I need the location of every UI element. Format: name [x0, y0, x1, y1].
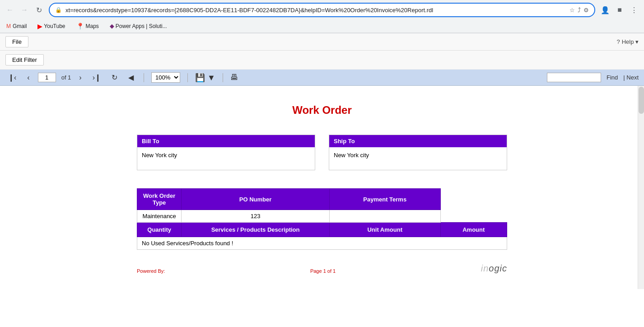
bookmark-powerapps-label: Power Apps | Soluti...: [116, 23, 167, 29]
bookmark-youtube-label: YouTube: [44, 23, 65, 29]
col-services: Services / Products Description: [182, 223, 330, 237]
address-bar[interactable]: 🔒 xt=records&recordstype=10937&records={…: [49, 3, 595, 17]
bookmark-gmail-label: Gmail: [13, 23, 27, 29]
app-bar: File ? Help ▾: [0, 33, 644, 51]
col-payment-terms: Payment Terms: [329, 189, 440, 210]
page-total: of 1: [61, 74, 71, 81]
help-button[interactable]: ? Help ▾: [616, 38, 639, 45]
page-info-text: Page 1 of 1: [310, 268, 336, 274]
toolbar-separator-2: [187, 73, 188, 82]
file-button[interactable]: File: [5, 36, 28, 47]
col-po-number: PO Number: [182, 189, 330, 210]
scrollbar[interactable]: [638, 86, 644, 289]
bill-to-city: New York city: [137, 147, 315, 170]
page-number-input[interactable]: 1: [38, 73, 56, 82]
bookmark-youtube[interactable]: ▶ YouTube: [35, 22, 68, 31]
powerapps-icon: ◆: [110, 23, 114, 29]
bookmark-gmail[interactable]: M Gmail: [4, 22, 29, 30]
edit-filter-bar: Edit Filter: [0, 51, 644, 70]
no-data-message: No Used Services/Products found !: [137, 237, 507, 250]
lock-icon: 🔒: [55, 7, 62, 13]
bookmark-maps-label: Maps: [86, 23, 99, 29]
no-data-row: No Used Services/Products found !: [137, 237, 507, 250]
youtube-icon: ▶: [37, 23, 42, 30]
next-page-button[interactable]: ›: [76, 73, 84, 83]
address-section: Bill To New York city Ship To New York c…: [137, 135, 507, 170]
back-history-button[interactable]: ◀: [126, 72, 136, 83]
cell-work-order-type: Maintenance: [137, 210, 182, 223]
save-button[interactable]: 💾 ▼: [195, 73, 215, 83]
edit-filter-button[interactable]: Edit Filter: [5, 54, 44, 65]
cell-payment-terms: [329, 210, 440, 223]
maps-icon: 📍: [76, 23, 84, 30]
bill-to-header: Bill To: [137, 135, 315, 147]
ship-to-header: Ship To: [329, 135, 507, 147]
col-unit-amount: Unit Amount: [329, 223, 440, 237]
pdf-toolbar: ❙‹ ‹ 1 of 1 › ›❙ ↻ ◀ 100% 50% 75% 125% 1…: [0, 70, 644, 86]
help-label: Help ▾: [622, 38, 639, 45]
prev-page-button[interactable]: ‹: [24, 73, 32, 83]
gmail-icon: M: [6, 23, 11, 29]
cell-po-number: 123: [182, 210, 330, 223]
find-button[interactable]: Find: [607, 74, 618, 81]
document-footer: Powered By: Page 1 of 1 inogic: [137, 259, 507, 278]
find-input[interactable]: [547, 73, 601, 82]
menu-icon[interactable]: ⋮: [628, 4, 640, 16]
table-header-row-2: Quantity Services / Products Description…: [137, 223, 507, 237]
share-icon[interactable]: ⤴: [578, 6, 581, 14]
reload-button[interactable]: ↻: [33, 4, 45, 16]
document-area: Work Order Bill To New York city Ship To…: [0, 86, 644, 289]
powered-by-text: Powered By:: [137, 268, 165, 274]
scrollbar-thumb[interactable]: [639, 87, 644, 114]
last-page-button[interactable]: ›❙: [90, 72, 103, 83]
next-label: | Next: [623, 74, 639, 81]
back-button[interactable]: ←: [4, 4, 16, 16]
first-page-button[interactable]: ❙‹: [5, 72, 19, 83]
document-title: Work Order: [137, 104, 507, 117]
profile-icon[interactable]: 👤: [599, 4, 611, 16]
refresh-button[interactable]: ↻: [109, 72, 120, 83]
ship-to-box: Ship To New York city: [329, 135, 507, 170]
bill-to-box: Bill To New York city: [137, 135, 315, 170]
col-quantity: Quantity: [137, 223, 182, 237]
bookmark-maps[interactable]: 📍 Maps: [74, 22, 102, 31]
help-icon: ?: [616, 38, 620, 45]
work-order-table: Work Order Type PO Number Payment Terms …: [137, 188, 507, 250]
toolbar-separator-3: [223, 73, 223, 82]
col-work-order-type: Work Order Type: [137, 189, 182, 210]
zoom-select[interactable]: 100% 50% 75% 125% 150% 200%: [151, 72, 180, 83]
print-button[interactable]: 🖶: [230, 73, 238, 82]
extensions-puzzle-icon[interactable]: ■: [613, 4, 626, 16]
bookmark-star-icon[interactable]: ☆: [569, 7, 575, 14]
table-row-1: Maintenance 123: [137, 210, 507, 223]
inogic-logo: inogic: [481, 263, 507, 274]
col-amount: Amount: [440, 223, 507, 237]
ship-to-city: New York city: [329, 147, 507, 170]
toolbar-separator-1: [144, 73, 144, 82]
bookmark-powerapps[interactable]: ◆ Power Apps | Soluti...: [107, 22, 170, 30]
extensions-icon[interactable]: ⚙: [583, 7, 589, 14]
bookmarks-bar: M Gmail ▶ YouTube 📍 Maps ◆ Power Apps | …: [0, 20, 644, 33]
address-text: xt=records&recordstype=10937&records={26…: [65, 7, 566, 14]
forward-button[interactable]: →: [18, 4, 31, 16]
document-content: Work Order Bill To New York city Ship To…: [137, 104, 507, 278]
